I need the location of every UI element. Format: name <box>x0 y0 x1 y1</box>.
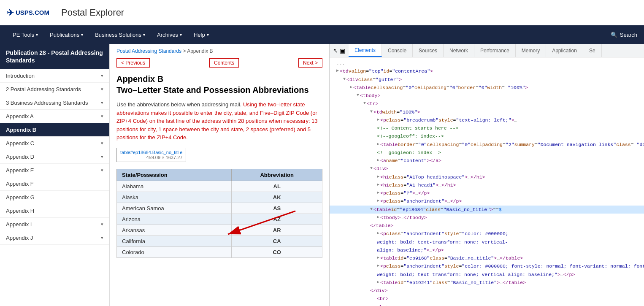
prev-button[interactable]: < Previous <box>116 58 150 68</box>
sidebar-item[interactable]: 2 Postal Addressing Standards▾ <box>0 83 109 96</box>
sidebar-item[interactable]: Appendix B <box>0 123 109 137</box>
sidebar-title: Publication 28 - Postal Addressing Stand… <box>0 44 109 69</box>
tab-performance[interactable]: Performance <box>474 44 516 57</box>
code-line: weight: bold; text-transform: none; vert… <box>330 238 644 246</box>
content-heading: Appendix B Two–Letter State and Possessi… <box>116 73 322 95</box>
cursor-icon[interactable]: ↖ <box>333 47 338 54</box>
table-row: ArizonaAZ <box>117 214 322 225</box>
navigation-bar: PE Tools ▾ Publications ▾ Business Solut… <box>0 25 644 44</box>
expand-icon: ▾ <box>101 235 103 241</box>
code-line: ▶<h1 class="A1Top head1nospace">…</h1> <box>330 173 644 181</box>
chevron-down-icon: ▾ <box>180 32 182 37</box>
box-icon[interactable]: ▣ <box>340 47 345 54</box>
code-line: <!--googleon: index--> <box>330 149 644 157</box>
devtools-icon-area: ↖ ▣ <box>330 44 349 57</box>
code-line: weight: bold; text-transform: none; vert… <box>330 271 644 279</box>
table-row: American SamoaAS <box>117 203 322 214</box>
next-button[interactable]: Next > <box>298 58 322 68</box>
sidebar-item[interactable]: 3 Business Addressing Standards▾ <box>0 96 109 110</box>
sidebar-item[interactable]: Appendix I▾ <box>0 218 109 231</box>
nav-buttons: < Previous Contents Next > <box>116 58 322 68</box>
breadcrumb: Postal Addressing Standards > Appendix B <box>116 48 322 54</box>
nav-item-business-solutions[interactable]: Business Solutions ▾ <box>89 25 151 44</box>
sidebar-item[interactable]: Appendix E▾ <box>0 164 109 177</box>
code-line: </div> <box>330 287 644 295</box>
contents-button[interactable]: Contents <box>209 58 239 68</box>
devtools-dots: ... <box>330 59 644 67</box>
table-row: ArkansasAR <box>117 225 322 236</box>
code-line: ▶<table id="ep9168" class="Basic_no_titl… <box>330 254 644 262</box>
tab-elements[interactable]: Elements <box>349 44 382 57</box>
chevron-down-icon: ▾ <box>81 32 83 37</box>
chevron-down-icon: ▾ <box>207 32 209 37</box>
sidebar: Publication 28 - Postal Addressing Stand… <box>0 44 110 306</box>
code-line: ▶<table border="0" cellspacing="0" cellp… <box>330 141 644 149</box>
code-line: ▶<table cellspacing="0" cellpadding="0" … <box>330 84 644 92</box>
expand-icon: ▾ <box>101 154 103 160</box>
state-name: Arkansas <box>117 225 232 236</box>
code-line: ▼<div> <box>330 165 644 173</box>
expand-icon: ▾ <box>101 222 103 227</box>
sidebar-item[interactable]: Appendix A▾ <box>0 110 109 123</box>
content-wrapper: Postal Addressing Standards > Appendix B… <box>110 44 644 306</box>
sidebar-item[interactable]: Introduction▾ <box>0 69 109 83</box>
state-abbr: AK <box>232 192 322 203</box>
expand-icon: ▾ <box>101 141 103 146</box>
code-line: ▶<p class="breadcrumb" style="text-align… <box>330 116 644 124</box>
code-line: <br> <box>330 295 644 303</box>
code-line: <br> <box>330 303 644 306</box>
table-row: AlaskaAK <box>117 192 322 203</box>
nav-item-pe-tools[interactable]: PE Tools ▾ <box>7 25 44 44</box>
search-button[interactable]: 🔍 Search <box>611 32 637 38</box>
sidebar-item[interactable]: Appendix D▾ <box>0 150 109 164</box>
state-abbr: CA <box>232 236 322 246</box>
nav-item-publications[interactable]: Publications ▾ <box>44 25 89 44</box>
devtools-body: ...▶<td valign="top" id="contentArea">▼<… <box>330 57 644 306</box>
sidebar-item[interactable]: Appendix J▾ <box>0 231 109 245</box>
tab-sources[interactable]: Sources <box>413 44 444 57</box>
tooltip-size: 459.09 × 1637.27 <box>120 155 182 160</box>
site-header: ✈ USPS.COM Postal Explorer <box>0 0 644 25</box>
code-line: ▶<p class="anchorIndent" style="color: #… <box>330 262 644 270</box>
code-line: </table> <box>330 222 644 230</box>
code-line: ▼<tbody> <box>330 92 644 100</box>
tab-se[interactable]: Se <box>583 44 602 57</box>
code-line: ▶<p class="P">…</p> <box>330 189 644 197</box>
site-title: Postal Explorer <box>61 7 124 18</box>
state-name: Colorado <box>117 246 232 257</box>
expand-icon: ▾ <box>101 100 103 106</box>
expand-icon: ▾ <box>101 114 103 119</box>
state-abbr: AL <box>232 181 322 192</box>
logo-area: ✈ USPS.COM Postal Explorer <box>7 7 124 18</box>
content-paragraph: Use the abbreviations below when address… <box>116 100 322 142</box>
breadcrumb-separator: > <box>183 48 187 54</box>
expand-icon: ▾ <box>101 73 103 79</box>
sidebar-item[interactable]: Appendix C▾ <box>0 137 109 150</box>
tooltip-area: table#ep18684.Basic_no_titl e 459.09 × 1… <box>116 148 322 165</box>
nav-item-archives[interactable]: Archives ▾ <box>151 25 188 44</box>
tab-application[interactable]: Application <box>546 44 583 57</box>
heading-line2: Two–Letter State and Possession Abbrevia… <box>116 84 322 95</box>
devtools-panel: ↖ ▣ Elements Console Sources Network Per… <box>329 44 644 306</box>
code-line: ▶<tbody>…</tbody> <box>330 214 644 222</box>
sidebar-item[interactable]: Appendix G <box>0 191 109 204</box>
state-name: Alabama <box>117 181 232 192</box>
usps-logo-text: USPS.COM <box>16 9 49 16</box>
tab-network[interactable]: Network <box>444 44 474 57</box>
tab-memory[interactable]: Memory <box>516 44 546 57</box>
code-line: <!-- Content starts here --> <box>330 124 644 132</box>
eagle-icon: ✈ <box>7 8 14 18</box>
tab-console[interactable]: Console <box>382 44 413 57</box>
breadcrumb-current: Appendix B <box>187 48 213 54</box>
nav-item-help[interactable]: Help ▾ <box>188 25 215 44</box>
table-row: ColoradoCO <box>117 246 322 257</box>
state-name: American Samoa <box>117 203 232 214</box>
devtools-tabs: ↖ ▣ Elements Console Sources Network Per… <box>330 44 644 57</box>
code-line: ▼<tr> <box>330 100 644 108</box>
sidebar-item[interactable]: Appendix F <box>0 177 109 191</box>
state-name: California <box>117 236 232 246</box>
breadcrumb-link[interactable]: Postal Addressing Standards <box>116 48 181 54</box>
sidebar-item[interactable]: Appendix H <box>0 204 109 218</box>
expand-icon: ▾ <box>101 168 103 173</box>
state-name: Alaska <box>117 192 232 203</box>
